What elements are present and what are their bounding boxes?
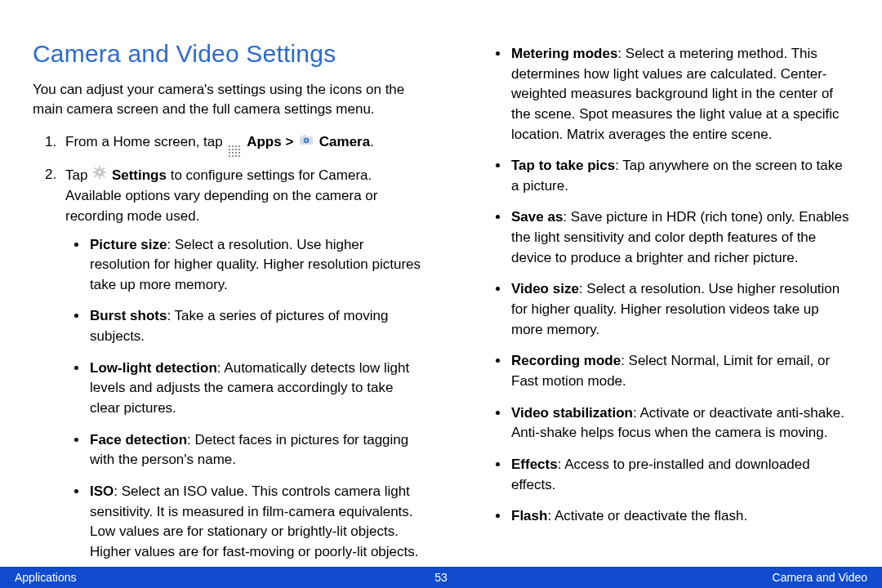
bullet-text: : Save picture in HDR (rich tone) only. … [511, 209, 849, 265]
steps-list: From a Home screen, tap Apps > [33, 131, 423, 563]
list-item: Tap to take pics: Tap anywhere on the sc… [510, 156, 849, 196]
list-item: Video stabilization: Activate or deactiv… [510, 403, 849, 443]
apps-label: Apps > [247, 134, 297, 149]
right-bullets: Metering modes: Select a metering method… [459, 44, 849, 527]
content-area: Camera and Video Settings You can adjust… [0, 0, 882, 552]
bullet-text: : Activate or deactivate the flash. [547, 508, 747, 523]
bullet-label: Face detection [90, 432, 187, 448]
bullet-label: Metering modes [511, 46, 617, 61]
list-item: Metering modes: Select a metering method… [510, 44, 849, 145]
page-title: Camera and Video Settings [33, 36, 423, 72]
bullet-label: Flash [511, 508, 547, 523]
svg-rect-5 [99, 166, 100, 168]
svg-rect-6 [99, 176, 100, 179]
footer-page-number: 53 [434, 571, 448, 584]
list-item: Recording mode: Select Normal, Limit for… [510, 351, 849, 391]
list-item: Burst shots: Take a series of pictures o… [88, 306, 423, 346]
bullet-label: Save as [511, 209, 563, 225]
bullet-label: Video size [511, 281, 579, 296]
bullet-text: : Select an ISO value. This controls cam… [90, 483, 419, 559]
bullet-label: Burst shots [90, 308, 167, 323]
bullet-label: Video stabilization [511, 405, 633, 421]
list-item: Flash: Activate or deactivate the flash. [510, 506, 849, 527]
svg-rect-8 [104, 172, 106, 173]
bullet-label: Effects [511, 457, 558, 472]
footer-right: Camera and Video [773, 571, 867, 584]
svg-rect-1 [303, 135, 306, 137]
step-1-suffix: . [370, 134, 374, 149]
list-item: Picture size: Select a resolution. Use h… [88, 235, 423, 296]
bullet-label: Picture size [90, 237, 167, 252]
camera-icon [299, 131, 314, 152]
bullet-label: Recording mode [511, 353, 621, 368]
bullet-label: Low-light detection [90, 360, 217, 376]
settings-label: Settings [112, 167, 167, 182]
bullet-label: ISO [90, 483, 114, 499]
list-item: Effects: Access to pre-installed and dow… [510, 455, 849, 495]
svg-rect-7 [93, 172, 96, 173]
list-item: Save as: Save picture in HDR (rich tone)… [510, 207, 849, 268]
intro-paragraph: You can adjust your camera's settings us… [33, 80, 423, 120]
right-column: Metering modes: Select a metering method… [459, 36, 849, 552]
step-1: From a Home screen, tap Apps > [60, 131, 423, 157]
page-footer: Applications 53 Camera and Video [0, 567, 882, 588]
footer-left: Applications [15, 571, 77, 584]
list-item: Video size: Select a resolution. Use hig… [510, 279, 849, 340]
list-item: Face detection: Detect faces in pictures… [88, 430, 423, 470]
step-2: Tap [60, 165, 423, 563]
bullet-label: Tap to take pics [511, 158, 615, 173]
left-bullets: Picture size: Select a resolution. Use h… [65, 235, 423, 563]
list-item: ISO: Select an ISO value. This controls … [88, 482, 423, 563]
list-item: Low-light detection: Automatically detec… [88, 359, 423, 419]
step-1-prefix: From a Home screen, tap [65, 134, 226, 149]
apps-grid-icon [229, 145, 240, 157]
left-column: Camera and Video Settings You can adjust… [33, 36, 423, 552]
manual-page: Camera and Video Settings You can adjust… [0, 0, 882, 588]
svg-point-3 [305, 139, 308, 141]
step-2-prefix: Tap [65, 167, 91, 182]
gear-icon [93, 165, 106, 185]
camera-label: Camera [319, 134, 370, 149]
svg-point-13 [98, 171, 101, 174]
